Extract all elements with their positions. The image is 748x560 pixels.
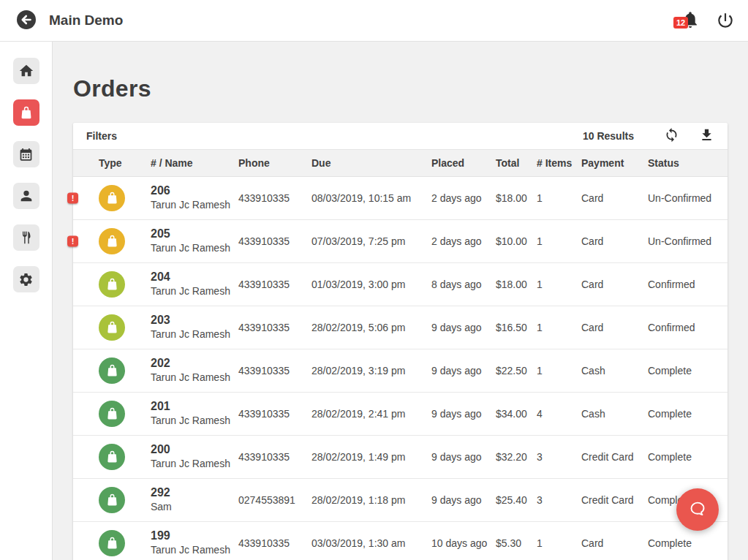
order-type-icon (99, 228, 125, 254)
order-phone: 433910335 (238, 306, 311, 349)
order-type-icon (99, 185, 125, 211)
order-total: $18.00 (496, 262, 537, 306)
order-placed: 9 days ago (431, 349, 496, 392)
sidebar (0, 42, 53, 560)
table-row[interactable]: ! 205 Tarun Jc Ramesh 433910335 07/03/20… (73, 219, 728, 262)
column-header-type: Type (73, 150, 151, 176)
order-due: 28/02/2019, 1:18 pm (311, 478, 431, 521)
order-due: 28/02/2019, 5:06 pm (311, 306, 431, 349)
results-count: 10 Results (583, 130, 634, 142)
sidebar-item-orders[interactable] (13, 99, 39, 126)
order-number: 199 (151, 529, 238, 543)
table-row[interactable]: ! 200 Tarun Jc Ramesh 433910335 28/02/20… (73, 435, 728, 478)
order-type-icon (99, 487, 125, 513)
order-due: 28/02/2019, 2:41 pm (311, 392, 431, 435)
order-phone: 433910335 (238, 176, 311, 219)
notification-count-badge: 12 (673, 17, 688, 29)
table-row[interactable]: ! 203 Tarun Jc Ramesh 433910335 28/02/20… (73, 306, 728, 349)
order-total: $22.50 (496, 349, 537, 392)
calendar-icon (18, 147, 34, 162)
gear-icon (18, 272, 34, 287)
logout-button[interactable] (716, 11, 735, 30)
order-payment: Card (581, 521, 648, 560)
power-icon (716, 21, 735, 32)
order-phone: 433910335 (238, 219, 311, 262)
download-button[interactable] (698, 128, 714, 144)
sidebar-item-calendar[interactable] (13, 141, 39, 167)
order-items: 1 (537, 306, 581, 349)
order-number: 292 (151, 485, 238, 500)
order-status: Complete (648, 435, 728, 478)
order-items: 3 (537, 435, 581, 478)
alert-badge: ! (67, 235, 78, 246)
order-customer-name: Tarun Jc Ramesh (151, 198, 238, 212)
sidebar-item-home[interactable] (13, 58, 39, 84)
order-status: Un-Confirmed (648, 176, 728, 219)
order-placed: 8 days ago (431, 262, 496, 306)
table-row[interactable]: ! 204 Tarun Jc Ramesh 433910335 01/03/20… (73, 262, 728, 306)
order-customer-name: Tarun Jc Ramesh (151, 371, 238, 385)
topbar: Main Demo 12 (0, 0, 748, 42)
order-total: $32.20 (496, 435, 537, 478)
order-customer-name: Tarun Jc Ramesh (151, 543, 238, 557)
order-type-icon (99, 444, 125, 470)
sidebar-item-customers[interactable] (13, 183, 39, 209)
table-row[interactable]: ! 206 Tarun Jc Ramesh 433910335 08/03/20… (73, 176, 728, 219)
chat-launcher-button[interactable] (676, 488, 719, 531)
order-number: 200 (151, 442, 238, 457)
sidebar-item-menu[interactable] (13, 224, 39, 251)
order-phone: 0274553891 (238, 478, 311, 521)
order-placed: 9 days ago (431, 392, 496, 435)
table-row[interactable]: ! 199 Tarun Jc Ramesh 433910335 03/03/20… (73, 521, 728, 560)
order-phone: 433910335 (238, 392, 311, 435)
page-title: Orders (73, 75, 748, 102)
order-placed: 9 days ago (431, 435, 496, 478)
order-status: Complete (648, 349, 728, 392)
order-items: 1 (537, 349, 581, 392)
order-payment: Card (581, 262, 648, 306)
orders-card: Filters 10 Results (73, 123, 728, 560)
order-type-icon (99, 271, 125, 298)
order-phone: 433910335 (238, 349, 311, 392)
notifications-button[interactable]: 12 (681, 10, 700, 31)
order-number: 203 (151, 313, 238, 328)
order-placed: 9 days ago (431, 478, 496, 521)
orders-table-body: ! 206 Tarun Jc Ramesh 433910335 08/03/20… (73, 176, 728, 560)
refresh-button[interactable] (663, 128, 679, 144)
order-items: 1 (537, 219, 581, 262)
order-payment: Card (581, 306, 648, 349)
sidebar-item-settings[interactable] (13, 266, 39, 292)
order-status: Complete (648, 392, 728, 435)
filters-label[interactable]: Filters (86, 130, 117, 142)
order-due: 28/02/2019, 3:19 pm (311, 349, 431, 392)
order-payment: Cash (581, 392, 648, 435)
order-due: 28/02/2019, 1:49 pm (311, 435, 431, 478)
order-due: 07/03/2019, 7:25 pm (311, 219, 431, 262)
column-header-payment: Payment (581, 150, 648, 176)
order-items: 1 (537, 521, 581, 560)
order-placed: 10 days ago (431, 521, 496, 560)
table-row[interactable]: ! 202 Tarun Jc Ramesh 433910335 28/02/20… (73, 349, 728, 392)
order-total: $18.00 (496, 176, 537, 219)
refresh-icon (664, 127, 679, 145)
back-button[interactable] (16, 10, 37, 31)
table-row[interactable]: ! 201 Tarun Jc Ramesh 433910335 28/02/20… (73, 392, 728, 435)
order-total: $5.30 (496, 521, 537, 560)
order-customer-name: Tarun Jc Ramesh (151, 241, 238, 255)
main-content: Orders Filters 10 Results (53, 42, 748, 560)
order-total: $16.50 (496, 306, 537, 349)
order-phone: 433910335 (238, 521, 311, 560)
order-total: $34.00 (496, 392, 537, 435)
order-number: 206 (151, 183, 238, 198)
order-number: 202 (151, 356, 238, 371)
order-payment: Credit Card (581, 478, 648, 521)
order-phone: 433910335 (238, 262, 311, 306)
order-type-icon (99, 530, 125, 556)
table-row[interactable]: ! 292 Sam 0274553891 28/02/2019, 1:18 pm… (73, 478, 728, 521)
column-header-name: # / Name (151, 150, 238, 176)
order-customer-name: Tarun Jc Ramesh (151, 284, 238, 298)
order-customer-name: Tarun Jc Ramesh (151, 328, 238, 341)
order-due: 03/03/2019, 1:30 am (311, 521, 431, 560)
order-total: $10.00 (496, 219, 537, 262)
shopping-bag-icon (19, 105, 34, 120)
